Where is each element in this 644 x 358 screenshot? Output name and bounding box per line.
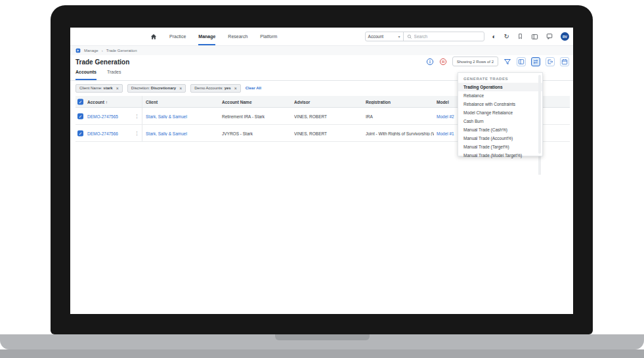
clear-all-filters-link[interactable]: Clear All (246, 86, 261, 90)
chip-text: Demo Accounts: yes (194, 86, 230, 90)
pause-status-icon[interactable] (439, 58, 447, 66)
user-avatar[interactable]: RV (561, 32, 569, 41)
export-button[interactable] (546, 57, 555, 66)
app-logo-icon (75, 48, 81, 53)
sort-up-icon: ↑ (106, 99, 108, 104)
primary-nav: Practice Manage Research Platform (150, 28, 277, 45)
search-input[interactable] (414, 34, 473, 39)
layout-panel-icon[interactable] (531, 34, 538, 40)
column-header-advisor[interactable]: Advisor (294, 99, 363, 104)
column-header-registration[interactable]: Registration (366, 99, 434, 104)
nav-item-platform[interactable]: Platform (260, 28, 277, 45)
laptop-notch (275, 334, 370, 340)
generate-trades-button[interactable] (531, 57, 540, 66)
breadcrumb-trade-generation: Trade Generation (106, 49, 137, 53)
kebab-menu-icon[interactable]: ⋮ (135, 131, 139, 136)
nav-item-practice[interactable]: Practice (169, 28, 186, 45)
advisor-cell: VINES, ROBERT (294, 131, 363, 135)
top-navigation: Practice Manage Research Platform Accoun… (70, 28, 573, 46)
row-checkbox[interactable]: ✓ (77, 130, 83, 136)
column-header-client[interactable]: Client (146, 99, 219, 104)
menu-item-cash-burn[interactable]: Cash Burn (458, 117, 542, 125)
laptop-mockup: Practice Manage Research Platform Accoun… (0, 0, 644, 358)
menu-item-trading-operations[interactable]: Trading Operations (458, 83, 542, 91)
calendar-icon (561, 58, 568, 65)
menu-item-rebalance[interactable]: Rebalance (458, 91, 542, 100)
menu-item-rebalance-with-constraints[interactable]: Rebalance with Constraints (458, 100, 542, 108)
calendar-button[interactable] (560, 57, 569, 66)
filter-chip-discretion: Discretion: Discretionary × (127, 84, 186, 93)
column-divider (142, 125, 142, 141)
chevron-down-icon: ▾ (398, 34, 400, 39)
menu-item-manual-trade-cash[interactable]: Manual Trade (Cash%) (458, 125, 542, 134)
info-icon[interactable] (426, 58, 434, 66)
filter-chip-client-name: Client Name: stark × (75, 84, 123, 93)
kebab-menu-icon[interactable]: ⋮ (135, 114, 139, 119)
client-link[interactable]: Stark, Sally & Samuel (146, 131, 219, 135)
tab-trades[interactable]: Trades (107, 70, 121, 80)
row-count-indicator: Showing 2 Rows of 2 (452, 56, 498, 66)
search-scope-value: Account (368, 34, 384, 39)
registration-cell: Joint - With Rights of Survivorship (WR.… (366, 131, 434, 135)
theme-contrast-icon[interactable]: ◐ (492, 34, 496, 40)
row-count-text: Showing 2 Rows of 2 (457, 60, 494, 64)
close-icon[interactable]: × (179, 86, 182, 91)
close-icon[interactable]: × (234, 86, 237, 91)
row-checkbox[interactable]: ✓ (77, 113, 83, 119)
refresh-icon[interactable]: ↻ (504, 34, 509, 40)
table-toolbar: Showing 2 Rows of 2 (426, 56, 569, 66)
menu-item-manual-trade-model-target[interactable]: Manual Trade (Model Target%) (458, 151, 542, 160)
account-name-cell: Retirement IRA - Stark (222, 114, 291, 118)
nav-item-research[interactable]: Research (228, 28, 247, 45)
dropdown-header: GENERATE TRADES (458, 75, 542, 83)
select-all-checkbox[interactable]: ✓ (77, 99, 83, 104)
menu-item-manual-trade-account[interactable]: Manual Trade (Account%) (458, 134, 542, 143)
breadcrumb: Manage › Trade Generation (70, 46, 573, 55)
menu-item-manual-trade-target[interactable]: Manual Trade (Target%) (458, 143, 542, 151)
home-button[interactable] (150, 28, 157, 45)
columns-button[interactable] (517, 57, 526, 66)
home-icon (150, 34, 157, 40)
swap-arrows-icon (532, 58, 539, 65)
filter-chips-row: Client Name: stark × Discretion: Discret… (75, 83, 261, 93)
page-title: Trade Generation (75, 58, 129, 66)
close-icon[interactable]: × (116, 86, 119, 91)
column-divider (142, 108, 142, 124)
feedback-icon[interactable] (546, 33, 553, 40)
nav-item-manage[interactable]: Manage (198, 28, 215, 45)
bookmark-icon[interactable] (517, 33, 523, 40)
account-link[interactable]: DEMO-2747566 (87, 131, 118, 135)
view-tabs: Accounts Trades (75, 70, 121, 80)
account-link[interactable]: DEMO-2747565 (87, 114, 118, 118)
nav-right-group: Account ▾ ◐ ↻ (365, 28, 569, 45)
column-divider (142, 96, 142, 107)
column-header-account[interactable]: Account ↑ (87, 99, 108, 104)
account-name-cell: JVYROS - Stark (222, 131, 291, 135)
laptop-base-edge (0, 349, 644, 358)
global-search-control: Account ▾ (365, 32, 484, 41)
breadcrumb-manage[interactable]: Manage (84, 49, 98, 53)
search-icon (407, 34, 412, 39)
filter-icon[interactable] (504, 58, 511, 66)
client-link[interactable]: Stark, Sally & Samuel (146, 114, 219, 118)
advisor-cell: VINES, ROBERT (294, 114, 363, 118)
app-screen: Practice Manage Research Platform Accoun… (70, 28, 573, 314)
registration-cell: IRA (366, 114, 434, 118)
chip-text: Client Name: stark (79, 86, 113, 90)
breadcrumb-separator: › (102, 49, 103, 53)
menu-item-model-change-rebalance[interactable]: Model Change Rebalance (458, 108, 542, 117)
generate-trades-dropdown: GENERATE TRADES Trading Operations Rebal… (458, 72, 543, 156)
tab-accounts[interactable]: Accounts (75, 70, 97, 80)
dropdown-scrollbar[interactable] (538, 75, 541, 154)
chip-text: Discretion: Discretionary (131, 86, 176, 90)
search-scope-select[interactable]: Account ▾ (366, 32, 404, 41)
columns-icon (518, 58, 525, 65)
filter-chip-demo-accounts: Demo Accounts: yes × (190, 84, 240, 93)
search-box (404, 34, 484, 39)
export-icon (547, 58, 553, 65)
column-header-account-name[interactable]: Account Name (222, 99, 291, 104)
